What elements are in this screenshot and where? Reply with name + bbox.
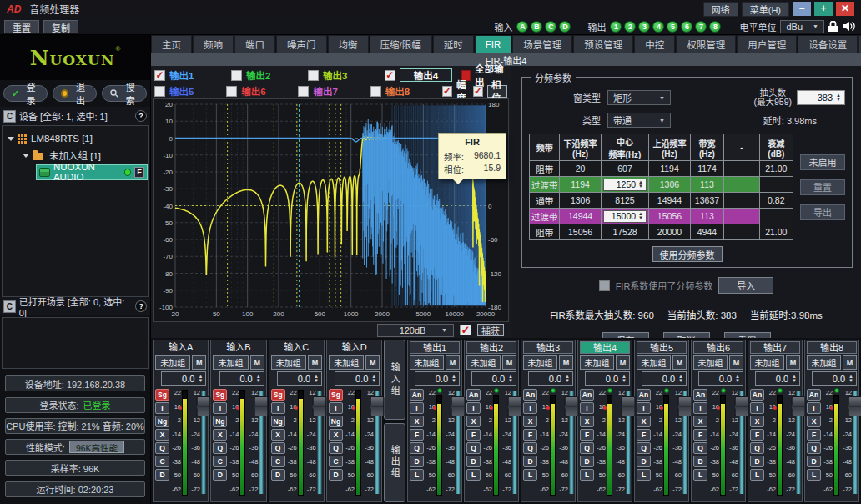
frequency-spinner[interactable]: 15000▲▼	[603, 210, 647, 223]
window-type-select[interactable]: 矩形 ▼	[607, 90, 671, 105]
group-button[interactable]: 未加组	[155, 355, 190, 370]
dsp-x-button[interactable]: X	[155, 429, 169, 441]
fader[interactable]	[626, 387, 630, 500]
tab-延时[interactable]: 延时	[433, 35, 474, 53]
dsp-x-button[interactable]: X	[410, 416, 424, 427]
fader-handle[interactable]	[507, 396, 521, 416]
dsp-c-button[interactable]: C	[213, 456, 227, 467]
gain-spinner[interactable]: 0.0▲▼	[335, 371, 380, 386]
dsp-c-button[interactable]: C	[329, 456, 343, 467]
tree-item-unit[interactable]: NUOXUN AUDIO F	[3, 164, 148, 180]
help-icon[interactable]: ?	[135, 110, 147, 122]
range-select[interactable]: 120dB ▼	[377, 324, 454, 337]
dsp-f-button[interactable]: F	[466, 429, 481, 441]
gain-spinner[interactable]: 0.0▲▼	[755, 371, 800, 386]
dsp-q-button[interactable]: Q	[329, 442, 343, 454]
gain-spinner[interactable]: 0.0▲▼	[528, 371, 573, 386]
dsp-i-button[interactable]: I	[329, 402, 343, 414]
fader[interactable]	[739, 387, 743, 500]
group-button[interactable]: 未加组	[807, 355, 841, 370]
dsp-an-button[interactable]: An	[466, 389, 481, 401]
expander-icon[interactable]	[8, 137, 14, 141]
mute-button[interactable]: M	[446, 355, 460, 370]
capture-checkbox[interactable]: ✓	[460, 325, 471, 335]
dsp-l-button[interactable]: L	[580, 469, 594, 481]
checkbox[interactable]: ✓	[473, 86, 483, 97]
channel-select-button[interactable]: 输出6	[693, 341, 743, 354]
mute-button[interactable]: M	[559, 355, 573, 370]
dsp-an-button[interactable]: An	[693, 389, 707, 401]
output-group-label[interactable]: 输出组	[384, 423, 405, 503]
dsp-d-button[interactable]: D	[410, 456, 424, 467]
dsp-sg-button[interactable]: Sg	[213, 389, 227, 401]
logout-button[interactable]: 退出	[53, 85, 98, 102]
dsp-i-button[interactable]: I	[213, 402, 227, 414]
gain-spinner[interactable]: 0.0▲▼	[471, 371, 516, 386]
channel-select-button[interactable]: 输出1	[410, 341, 460, 354]
checkbox[interactable]	[370, 86, 381, 97]
channel-select-button[interactable]: 输出2	[466, 341, 516, 354]
tab-主页[interactable]: 主页	[151, 35, 192, 53]
dsp-d-button[interactable]: D	[637, 456, 651, 467]
dsp-x-button[interactable]: X	[807, 416, 821, 427]
fader-handle[interactable]	[564, 396, 578, 416]
dsp-x-button[interactable]: X	[750, 416, 764, 427]
dsp-d-button[interactable]: D	[750, 456, 764, 467]
dsp-x-button[interactable]: X	[523, 416, 537, 427]
dsp-q-button[interactable]: Q	[523, 442, 537, 454]
dsp-x-button[interactable]: X	[271, 429, 285, 441]
dsp-i-button[interactable]: I	[466, 402, 481, 414]
tab-权限管理[interactable]: 权限管理	[676, 35, 736, 53]
gain-spinner[interactable]: 0.0▲▼	[161, 371, 206, 386]
tree-item-group[interactable]: 未加入组 [1]	[3, 147, 148, 164]
lock-icon[interactable]	[828, 21, 838, 33]
dsp-q-button[interactable]: Q	[271, 442, 285, 454]
dsp-an-button[interactable]: An	[807, 389, 821, 401]
expander-icon[interactable]	[23, 154, 29, 158]
tab-均衡[interactable]: 均衡	[328, 35, 369, 53]
dsp-x-button[interactable]: X	[466, 416, 481, 427]
dsp-q-button[interactable]: Q	[410, 442, 424, 454]
dsp-x-button[interactable]: X	[637, 416, 651, 427]
fader[interactable]	[317, 387, 322, 500]
help-icon[interactable]: ?	[135, 300, 147, 312]
dsp-i-button[interactable]: I	[523, 402, 537, 414]
dsp-ng-button[interactable]: Ng	[271, 416, 285, 427]
dsp-f-button[interactable]: F	[580, 429, 594, 441]
fader[interactable]	[796, 387, 800, 500]
dsp-sg-button[interactable]: Sg	[271, 389, 285, 401]
dsp-l-button[interactable]: L	[750, 469, 764, 481]
channel-select-button[interactable]: 输出8	[807, 341, 857, 354]
dsp-d-button[interactable]: D	[271, 469, 285, 481]
tab-频响[interactable]: 频响	[193, 35, 234, 53]
tab-设备设置[interactable]: 设备设置	[798, 35, 858, 53]
dsp-d-button[interactable]: D	[807, 456, 821, 467]
dsp-ng-button[interactable]: Ng	[213, 416, 227, 427]
gain-spinner[interactable]: 0.0▲▼	[812, 371, 857, 386]
fader-handle[interactable]	[848, 396, 861, 416]
tab-FIR[interactable]: FIR	[475, 35, 512, 53]
dsp-f-button[interactable]: F	[693, 429, 707, 441]
dsp-i-button[interactable]: I	[155, 402, 169, 414]
fader[interactable]	[375, 387, 380, 500]
group-button[interactable]: 未加组	[693, 355, 728, 370]
dsp-l-button[interactable]: L	[466, 469, 481, 481]
group-button[interactable]: 未加组	[271, 355, 306, 370]
dsp-q-button[interactable]: Q	[693, 442, 707, 454]
dsp-an-button[interactable]: An	[637, 389, 651, 401]
fader[interactable]	[682, 387, 687, 500]
checkbox[interactable]	[154, 86, 165, 97]
selected-device-row[interactable]: NUOXUN AUDIO F	[36, 164, 148, 180]
fader[interactable]	[569, 387, 573, 500]
gain-spinner[interactable]: 0.0▲▼	[698, 371, 743, 386]
taps-spinner[interactable]: 383 ▲▼	[797, 90, 845, 105]
dsp-q-button[interactable]: Q	[750, 442, 764, 454]
side-button-重置[interactable]: 重置	[800, 179, 845, 195]
fader-handle[interactable]	[451, 396, 465, 416]
checkbox[interactable]: ✓	[442, 86, 452, 97]
dsp-q-button[interactable]: Q	[155, 442, 169, 454]
dsp-an-button[interactable]: An	[523, 389, 537, 401]
group-button[interactable]: 未加组	[466, 355, 501, 370]
fader[interactable]	[201, 387, 206, 500]
mute-button[interactable]: M	[672, 355, 687, 370]
